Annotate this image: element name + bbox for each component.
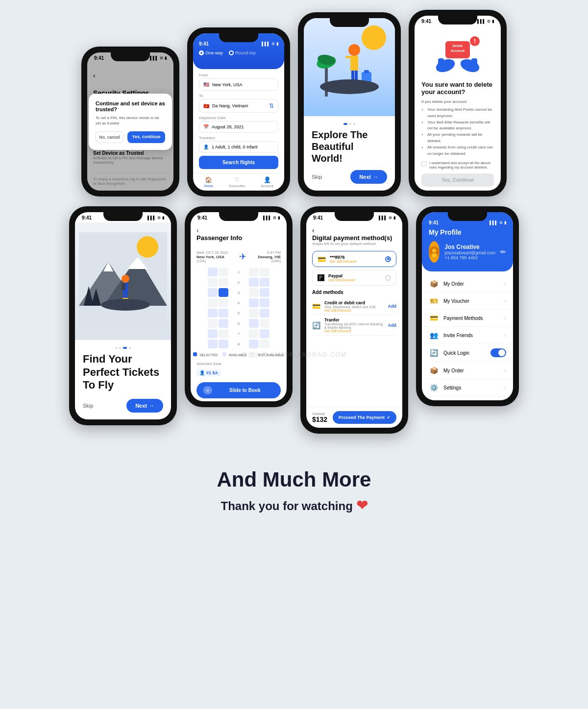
search-flights-button[interactable]: Search flights bbox=[199, 156, 278, 169]
wifi-icon4: ⊙ bbox=[157, 216, 161, 220]
credit-desc: Visa, Mastercard, AMEX and JCB bbox=[324, 305, 384, 309]
svg-rect-8 bbox=[355, 71, 358, 80]
seat-7a[interactable] bbox=[208, 329, 218, 338]
seat-7e[interactable] bbox=[260, 329, 270, 338]
delete-confirm-button[interactable]: Yes, Continue bbox=[421, 173, 494, 187]
skip-button[interactable]: Skip bbox=[312, 174, 322, 180]
seat-4b[interactable] bbox=[219, 298, 228, 307]
seat-5e[interactable] bbox=[260, 309, 270, 318]
seat-5d[interactable] bbox=[249, 309, 259, 318]
card-radio-1[interactable] bbox=[385, 256, 391, 262]
flight-to: Danang, VIE bbox=[258, 255, 281, 259]
menu-quick-login[interactable]: 🔄 Quick Login bbox=[422, 344, 513, 362]
onboard-skip-button[interactable]: Skip bbox=[83, 403, 93, 409]
phone-flight: 9:41 ▌▌▌ ⊙ ▮ One-way bbox=[187, 27, 290, 196]
seat-2b[interactable] bbox=[219, 278, 228, 287]
menu-my-order[interactable]: 📦 My Order › bbox=[422, 275, 513, 293]
card-radio-2[interactable] bbox=[385, 275, 391, 281]
card-mastercard[interactable]: 💳 ***8976 Get 10$ Discount bbox=[312, 251, 396, 267]
seat-back-button[interactable]: ‹ bbox=[196, 226, 281, 234]
next-button[interactable]: Next → bbox=[350, 170, 387, 184]
seat-1e[interactable] bbox=[260, 268, 270, 276]
onboard-next-button[interactable]: Next → bbox=[126, 399, 163, 413]
to-label: To bbox=[199, 94, 278, 98]
payment-back-button[interactable]: ‹ bbox=[312, 226, 396, 234]
menu-my-voucher[interactable]: 🎫 My Voucher › bbox=[422, 293, 513, 310]
payment-time: 9:41 bbox=[313, 215, 323, 220]
date-input[interactable]: 📅 August 28, 2021 bbox=[199, 121, 278, 133]
seat-6e[interactable] bbox=[260, 319, 270, 328]
seat-7b[interactable] bbox=[219, 329, 228, 338]
delete-icon-area: Delete Account ! bbox=[415, 26, 501, 77]
seat-1b[interactable] bbox=[219, 268, 228, 276]
seat-legend: SELECTED AVAILABLE NOT AVAILABLE bbox=[191, 352, 287, 357]
phones-row2: 9:41 ▌▌▌ ⊙ ▮ bbox=[15, 206, 573, 434]
nav-favourites[interactable]: ♡ Favourites bbox=[229, 176, 245, 188]
seat-8a[interactable] bbox=[208, 340, 218, 348]
slide-to-book-button[interactable]: » Slide to Book bbox=[196, 382, 281, 398]
menu-invite-friends[interactable]: 👥 Invite Friends › bbox=[422, 327, 513, 344]
seat-8d[interactable] bbox=[249, 340, 259, 348]
add-credit-button[interactable]: Add bbox=[388, 304, 397, 309]
edit-profile-icon[interactable]: ✏ bbox=[500, 248, 506, 256]
seat-5b[interactable] bbox=[219, 309, 228, 318]
swap-icon[interactable]: ⇅ bbox=[269, 102, 274, 109]
travelers-input[interactable]: 👤 1 Adult, 1 child, 0 Infant bbox=[199, 141, 278, 153]
seat-gap16 bbox=[243, 340, 248, 348]
row-num-2: 2 bbox=[235, 280, 242, 285]
wifi-icon5: ⊙ bbox=[273, 216, 276, 220]
checkbox-text: I understand and accept all the above ri… bbox=[429, 161, 494, 170]
seat-1d[interactable] bbox=[249, 268, 259, 276]
seat-3b[interactable] bbox=[219, 288, 228, 297]
seat-3a[interactable] bbox=[208, 288, 218, 297]
nav-home[interactable]: 🏠 Home bbox=[204, 176, 213, 188]
seat-6a[interactable] bbox=[208, 319, 218, 328]
round-trip-radio[interactable] bbox=[229, 50, 234, 55]
battery-icon4: ▮ bbox=[162, 216, 164, 220]
seat-8b[interactable] bbox=[219, 340, 228, 348]
seat-6b[interactable] bbox=[219, 319, 228, 328]
one-way-radio[interactable] bbox=[199, 50, 204, 55]
flight-time-text: 9:37 PM bbox=[258, 250, 281, 255]
seat-6d[interactable] bbox=[249, 319, 259, 328]
seat-4e[interactable] bbox=[260, 298, 270, 307]
seat-1a[interactable] bbox=[208, 268, 218, 276]
continue-button[interactable]: Yes, continue bbox=[127, 131, 165, 143]
seat-5a[interactable] bbox=[208, 309, 218, 318]
seat-3e[interactable] bbox=[260, 288, 270, 297]
nav-account[interactable]: 👤 Account bbox=[261, 176, 273, 188]
seat-2d[interactable] bbox=[249, 278, 259, 287]
legend-available-label: AVAILABLE bbox=[229, 353, 247, 357]
seat-7d[interactable] bbox=[249, 329, 259, 338]
menu-settings[interactable]: ⚙️ Settings › bbox=[422, 379, 513, 396]
card-details-1: ***8976 Get 10$ Discount bbox=[330, 255, 381, 263]
phone-security: 9:41 ▌▌▌ ⊙ ▮ ‹ Security Settings Credit … bbox=[81, 47, 179, 196]
card-paypal[interactable]: 🅿 Paypal Get 10$ Discount bbox=[312, 269, 396, 286]
seat-4a[interactable] bbox=[208, 298, 218, 307]
seat-2a[interactable] bbox=[208, 278, 218, 287]
signal-icon7: ▌▌▌ bbox=[490, 220, 498, 225]
bottom-nav: 🏠 Home ♡ Favourites 👤 Account bbox=[193, 173, 284, 191]
delete-status-icons: ▌▌▌ ⊙ ▮ bbox=[477, 19, 494, 24]
add-methods-section: Add methods 💳 Credit or debit card Visa,… bbox=[306, 290, 402, 336]
seat-8e[interactable] bbox=[260, 340, 270, 348]
cancel-button[interactable]: No, cancel bbox=[96, 131, 123, 143]
quick-login-toggle[interactable] bbox=[490, 348, 506, 357]
seat-3d[interactable] bbox=[249, 288, 259, 297]
credit-card-icon: 💳 bbox=[312, 302, 320, 310]
add-transfer-button[interactable]: Add bbox=[388, 323, 397, 328]
wifi-icon7: ⊙ bbox=[499, 220, 503, 225]
from-input[interactable]: 🇺🇸 New York, USA bbox=[199, 78, 278, 91]
accept-checkbox[interactable] bbox=[421, 161, 426, 166]
phone-notch6 bbox=[219, 212, 258, 221]
proceed-button[interactable]: Proceed The Payment ✓ bbox=[333, 411, 396, 424]
menu-payment-methods[interactable]: 💳 Payment Methods › bbox=[422, 310, 513, 327]
menu-my-order-2[interactable]: 📦 My Order › bbox=[422, 362, 513, 379]
seat-4d[interactable] bbox=[249, 298, 259, 307]
seat-2e[interactable] bbox=[260, 278, 270, 287]
seat-gap15 bbox=[229, 340, 234, 348]
phone-onboard-screen: 9:41 ▌▌▌ ⊙ ▮ bbox=[75, 212, 171, 419]
one-way-option[interactable]: One-way bbox=[199, 50, 223, 55]
to-input[interactable]: 🇻🇳 Da Nang, Vietnam ⇅ bbox=[199, 99, 278, 113]
round-trip-option[interactable]: Round-trip bbox=[229, 50, 256, 55]
